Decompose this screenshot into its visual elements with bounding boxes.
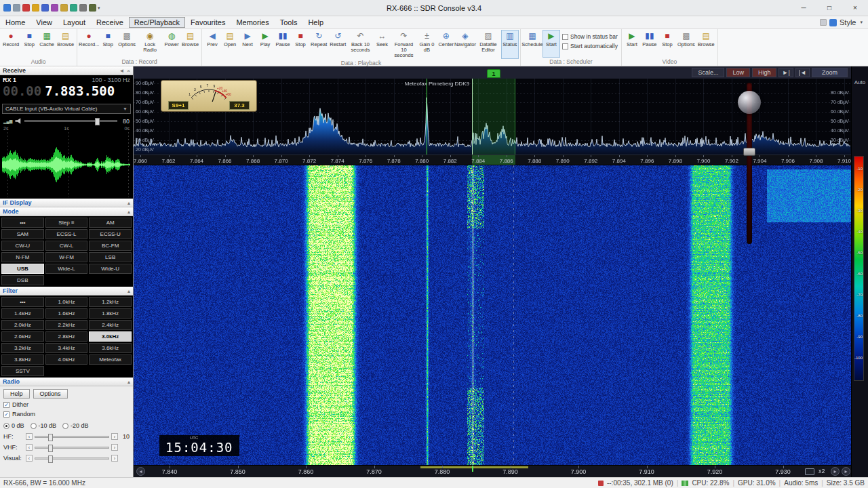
power-button[interactable]: ◍Power (163, 30, 180, 58)
cache-button[interactable]: ▦Cache (38, 30, 56, 58)
menu-rec-playback[interactable]: Rec/Playback (129, 17, 185, 28)
audio-device-select[interactable]: CABLE Input (VB-Audio Virtual Cable) ▼ (2, 104, 131, 114)
slider-knob[interactable] (738, 91, 761, 114)
filter-1-4khz[interactable]: 1.4kHz (1, 308, 44, 319)
stop-button[interactable]: ■Stop (658, 30, 676, 58)
customize-icon[interactable] (13, 4, 20, 12)
scroll-left-button[interactable]: ◂ (136, 467, 145, 476)
mode-wide-u[interactable]: Wide-U (89, 264, 132, 274)
low-button[interactable]: Low (726, 68, 750, 77)
slider-left-arrow[interactable]: ‹ (26, 455, 33, 462)
scale-button[interactable]: Scale... (692, 68, 724, 77)
menu-view[interactable]: View (31, 17, 58, 28)
stop-button[interactable]: ■Stop (99, 30, 117, 58)
waterfall-colorbar[interactable]: -10-20-30-40-50-60-70-80-90-100 (854, 156, 864, 381)
section-collapse-icon[interactable]: ▴ (127, 288, 130, 294)
slider-track[interactable] (35, 436, 109, 438)
filter-more[interactable]: ••• (1, 297, 44, 307)
zoom-button[interactable]: Zoom (812, 68, 848, 77)
snap-right-button[interactable]: |◄ (795, 68, 810, 77)
display-options-icon[interactable] (805, 468, 814, 475)
filter-2-6khz[interactable]: 2.6kHz (1, 331, 44, 342)
waterfall-scale[interactable]: ◂ x2 ▸ ▸ 7.8407.8507.8607.8707.8807.8907… (134, 465, 851, 477)
next-button[interactable]: ▶Next (239, 30, 256, 59)
filter-header[interactable]: Filter ▴ (0, 287, 133, 296)
slider-right-arrow[interactable]: › (111, 433, 118, 440)
volume-thumb[interactable] (95, 118, 100, 125)
play-button[interactable]: ▶Play (256, 30, 274, 59)
mode-lsb[interactable]: LSB (89, 252, 132, 262)
mode-wide-l[interactable]: Wide-L (45, 264, 88, 274)
lock-radio-button[interactable]: ◉Lock Radio (137, 30, 163, 58)
folder-icon[interactable] (60, 4, 68, 12)
filter-3-8khz[interactable]: 3.8kHz (1, 354, 44, 365)
options-button[interactable]: ▩Options (117, 30, 137, 58)
mode-header[interactable]: Mode ▴ (0, 207, 133, 216)
filter-meteofax[interactable]: Meteofax (89, 354, 132, 365)
menu-memories[interactable]: Memories (231, 17, 274, 28)
checkbox-dither[interactable]: ✓Dither (3, 401, 130, 408)
scroll-right-button[interactable]: ▸ (831, 467, 840, 476)
app-icon[interactable] (3, 4, 11, 12)
datafile-editor-button[interactable]: ▨Datafile Editor (475, 30, 501, 59)
start-button[interactable]: ▶Start (623, 30, 641, 58)
style-button[interactable]: Style (840, 18, 856, 26)
memories-icon[interactable] (51, 4, 58, 12)
volume-slider[interactable] (24, 120, 117, 122)
mode-ecss-l[interactable]: ECSS-L (45, 229, 88, 239)
frequency-display[interactable]: 00.00 7.883.500 (0, 83, 133, 101)
status-button[interactable]: ▥Status (501, 30, 519, 59)
filter-1-2khz[interactable]: 1.2kHz (89, 297, 132, 307)
slider-right-arrow[interactable]: › (111, 444, 118, 451)
gain-0-db-button[interactable]: ±Gain 0 dB (416, 30, 437, 59)
slider-track[interactable] (35, 447, 109, 449)
center-button[interactable]: ⊕Center (437, 30, 455, 59)
filter-2-2khz[interactable]: 2.2kHz (45, 320, 88, 330)
schedule-button[interactable]: ▦Schedule (522, 30, 542, 58)
display-icon[interactable] (41, 4, 49, 12)
prev-button[interactable]: ◀Prev (203, 30, 221, 59)
filter-sstv[interactable]: SSTV (1, 366, 44, 376)
record-button[interactable]: ●Record... (79, 30, 99, 58)
slider-thumb[interactable] (48, 445, 53, 452)
filter-3-2khz[interactable]: 3.2kHz (1, 343, 44, 353)
menu-favourites[interactable]: Favourites (185, 17, 231, 28)
menu-home[interactable]: Home (0, 17, 31, 28)
options-button[interactable]: ▩Options (676, 30, 696, 58)
pause-button[interactable]: ▮▮Pause (274, 30, 292, 59)
repeat-button[interactable]: ↻Repeat (309, 30, 328, 59)
slider-left-arrow[interactable]: ‹ (26, 433, 33, 440)
tuning-region[interactable] (472, 79, 515, 155)
options-button[interactable]: Options (33, 389, 68, 399)
close-button[interactable]: × (842, 0, 868, 16)
record-icon[interactable] (22, 4, 30, 12)
stop-button[interactable]: ■Stop (292, 30, 309, 59)
style-icon[interactable] (829, 19, 837, 26)
attenuation-20-db[interactable]: -20 dB (62, 422, 89, 429)
receiver-icon[interactable] (70, 4, 77, 12)
maximize-button[interactable]: □ (816, 0, 842, 16)
spectrum-gain-slider[interactable] (743, 83, 755, 244)
filter-3-0khz[interactable]: 3.0kHz (89, 331, 132, 342)
scroll-end-button[interactable]: ▸ (842, 467, 850, 476)
section-collapse-icon[interactable]: ▴ (127, 200, 130, 206)
menu-receive[interactable]: Receive (91, 17, 129, 28)
filter-3-6khz[interactable]: 3.6kHz (89, 343, 132, 353)
panel-close-icon[interactable]: × (127, 68, 130, 74)
mode-sam[interactable]: SAM (1, 229, 44, 239)
section-collapse-icon[interactable]: ▴ (127, 209, 130, 215)
help-button[interactable]: Help (3, 389, 30, 399)
filter-3-4khz[interactable]: 3.4kHz (45, 343, 88, 353)
back-10-seconds-button[interactable]: ↶Back 10 seconds (347, 30, 373, 59)
open-button[interactable]: ▤Open (221, 30, 239, 59)
filter-2-4khz[interactable]: 2.4kHz (89, 320, 132, 330)
section-collapse-icon[interactable]: ▴ (127, 379, 130, 385)
auto-scale-label[interactable]: Auto (852, 79, 868, 85)
audio-meter-icon[interactable]: ▂▄▆ (3, 119, 12, 123)
mode-step[interactable]: Step ≡ (45, 218, 88, 228)
checkbox-start-automatically[interactable]: Start automatically (562, 43, 618, 49)
minimize-button[interactable]: ─ (791, 0, 816, 16)
mode-cw-l[interactable]: CW-L (45, 241, 88, 251)
mode-dsb[interactable]: DSB (1, 275, 44, 285)
checkbox-show-in-status-bar[interactable]: Show in status bar (562, 33, 618, 40)
